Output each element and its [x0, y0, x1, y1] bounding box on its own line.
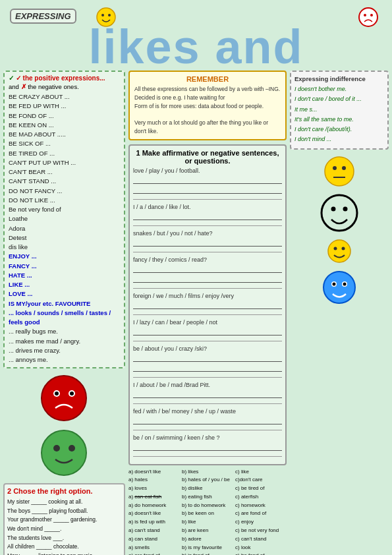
answer-b9: b) adore: [182, 535, 233, 544]
sentence-4: fancy / they / comics / read?: [133, 256, 282, 289]
left-column: ✓ ✓ the positive expressions... and ✗ th…: [3, 71, 125, 555]
sentence-5: foreign / we / much / films / enjoy /ver…: [133, 293, 282, 315]
expr-favourite: IS MY/your etc. FAVOURITE: [9, 299, 120, 308]
answer-b1: b) likes: [182, 468, 233, 477]
answer-b11: b) is fond of: [182, 552, 233, 555]
positive-label: ✓ ✓ the positive expressions...: [9, 74, 120, 82]
answer-row-3: a) loves b) dislike c) be tired of: [128, 484, 287, 493]
neutral-face: [290, 155, 389, 188]
answer-a4: a) can eat fish: [128, 493, 180, 502]
expr-dislike: dis like: [9, 243, 120, 252]
exercise-rows-left: My sister _____ cooking at all. The boys…: [7, 498, 121, 555]
answer-c10: c) look: [235, 544, 287, 552]
expr-cant-put: CAN'T PUT UP WITH ...: [9, 158, 120, 167]
svg-point-5: [370, 14, 373, 16]
answer-a2: a) hates: [128, 476, 180, 484]
sentence-6: I / lazy / can / bear / people / not: [133, 319, 282, 341]
answer-row-4: a) can eat fish b) eating fish c) aterfi…: [128, 493, 287, 502]
expr-fed-up: BE FED UP WITH ...: [9, 102, 120, 111]
answer-c11: c) be fond of: [235, 552, 287, 555]
svg-point-9: [55, 392, 59, 395]
sentence-1: love / play / you / football.: [133, 167, 282, 200]
svg-point-26: [342, 247, 345, 250]
answer-a8: a) can't stand: [128, 527, 180, 535]
middle-column: REMEMBER All these expressions can be fo…: [128, 71, 287, 555]
svg-point-13: [69, 445, 75, 452]
expr-cant-stand: CAN'T STAND ...: [9, 177, 120, 186]
expr-enjoy: ENJOY ...: [9, 252, 120, 261]
svg-point-19: [342, 166, 346, 170]
expr-fancy: FANCY ...: [9, 262, 120, 271]
answer-b2: b) hates of / you / be: [182, 476, 233, 484]
svg-point-0: [97, 8, 115, 26]
negative-label: and ✗ the negative ones.: [9, 83, 120, 90]
svg-point-12: [53, 445, 60, 452]
answer-options-area: a) doesn't like b) likes c) like a) hate…: [128, 468, 287, 556]
answer-row-1: a) doesn't like b) likes c) like: [128, 468, 287, 477]
frowny-top-right-icon: [358, 7, 379, 32]
answer-b6: b) be keen on: [182, 510, 233, 518]
expressing-indifference-box: Expressing indifference I doesn't bother…: [290, 71, 389, 150]
svg-point-18: [333, 166, 337, 170]
answer-a5: a) do homework: [128, 502, 180, 510]
expr-loathe: Loathe: [9, 214, 120, 223]
svg-point-10: [70, 392, 74, 395]
expr-hate: HATE ...: [9, 271, 120, 280]
section1-box: 1 Make affirmative or negative sentences…: [128, 144, 287, 465]
svg-point-31: [343, 282, 346, 285]
expr-adora: Adora: [9, 224, 120, 233]
svg-point-17: [325, 157, 354, 186]
expr-tired: BE TIRED OF ...: [9, 149, 120, 158]
expr-mad-about: BE MAD ABOUT .....: [9, 130, 120, 139]
header: EXPRESSING likes and: [3, 3, 389, 69]
svg-point-3: [359, 8, 378, 26]
indifference-text: I doesn't bother me. I don't care / bore…: [294, 84, 384, 145]
expr-detest: Detest: [9, 233, 120, 243]
expr-not-like: DO NOT LIKE ...: [9, 196, 120, 205]
answer-row-2: a) hates b) hates of / you / be c)don't …: [128, 476, 287, 484]
indifference-title: Expressing indifference: [294, 75, 384, 82]
remember-title: REMEMBER: [134, 75, 281, 83]
answer-a3: a) loves: [128, 484, 180, 493]
expr-not-fond: Be not very fond of: [9, 205, 120, 214]
expr-feels-good: ... looks / sounds / smells / tastes / f…: [9, 308, 120, 328]
svg-point-21: [322, 195, 357, 231]
answer-a9: a) can stand: [128, 535, 180, 544]
answer-a10: a) smells: [128, 544, 180, 552]
expr-crazy: BE CRAZY ABOUT ...: [9, 92, 120, 102]
smiley-top-left-icon: [96, 7, 117, 32]
answer-row-11: a) are fond of b) is fond of c) be fond …: [128, 552, 287, 555]
answer-b4: b) eating fish: [182, 493, 233, 502]
expr-sick: BE SICK OF ...: [9, 139, 120, 148]
answer-c7: c) enjoy: [235, 518, 287, 527]
sentence-3: snakes / but / you / not / hate?: [133, 230, 282, 252]
answer-row-8: a) can't stand b) are keen c) be not ver…: [128, 527, 287, 535]
svg-point-23: [343, 206, 348, 211]
expr-keen: BE KEEN ON ...: [9, 121, 120, 130]
svg-point-4: [364, 14, 366, 16]
expressing-badge: EXPRESSING: [10, 9, 76, 24]
yellow-small-smiley: [290, 238, 389, 264]
answer-b8: b) are keen: [182, 527, 233, 535]
svg-point-25: [334, 247, 337, 250]
page: EXPRESSING likes and ✓ ✓ the: [0, 0, 392, 555]
main-content: ✓ ✓ the positive expressions... and ✗ th…: [3, 71, 389, 555]
expr-drives-crazy: ... drives me crazy.: [9, 346, 120, 355]
answer-a6: a) doesn't like: [128, 510, 180, 518]
answer-b5: b) to do homework: [182, 502, 233, 510]
svg-point-1: [101, 14, 104, 16]
answer-a1: a) doesn't like: [128, 468, 180, 477]
svg-point-2: [108, 14, 111, 16]
sentence-9: fed / with / be/ money / she / up / wast…: [133, 408, 282, 430]
answer-c8: c) be not very fond: [235, 527, 287, 535]
answer-a11: a) are fond of: [128, 552, 180, 555]
answer-c2: c)don't care: [235, 476, 287, 484]
answer-row-5: a) do homework b) to do homework c) home…: [128, 502, 287, 510]
remember-box: REMEMBER All these expressions can be fo…: [128, 71, 287, 140]
answer-c5: c) homework: [235, 502, 287, 510]
big-title: likes and: [3, 23, 389, 71]
svg-point-27: [323, 272, 355, 303]
sentence-8: I / about / be / mad /Brad Pitt.: [133, 382, 282, 404]
answer-b3: b) dislike: [182, 484, 233, 493]
answer-row-9: a) can stand b) adore c) can't stand: [128, 535, 287, 544]
